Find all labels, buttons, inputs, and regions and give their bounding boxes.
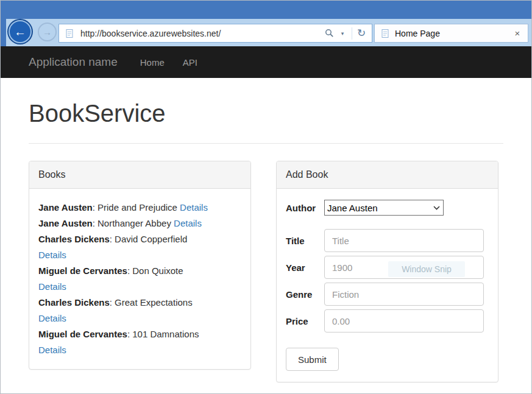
price-row: Price — [286, 309, 489, 332]
genre-label: Genre — [286, 289, 324, 300]
book-separator: : — [127, 266, 132, 276]
address-bar[interactable]: http://bookservice.azurewebsites.net/ ▾ … — [59, 24, 372, 43]
book-separator: : — [127, 329, 132, 339]
submit-button[interactable]: Submit — [286, 348, 339, 371]
nav-link-home[interactable]: Home — [131, 57, 174, 68]
list-item: Jane Austen: Northanger Abbey Details — [38, 216, 241, 231]
window-border — [1, 1, 6, 46]
books-panel: Books Jane Austen: Pride and Prejudice D… — [29, 161, 251, 370]
title-label: Title — [286, 236, 324, 246]
list-item: Miguel de Cervantes: Don Quixote Details — [38, 263, 241, 295]
page-body: BookService Books Jane Austen: Pride and… — [1, 78, 531, 394]
list-item: Charles Dickens: David Copperfield Detai… — [38, 231, 241, 263]
book-author: Jane Austen — [38, 218, 93, 228]
year-label: Year — [286, 262, 324, 273]
book-author: Charles Dickens — [38, 297, 110, 308]
author-select-wrap: Jane Austen — [324, 200, 444, 216]
title-row: Title — [286, 229, 489, 252]
divider — [29, 143, 503, 144]
nav-link-api[interactable]: API — [174, 57, 207, 68]
book-separator: : — [93, 218, 98, 228]
book-details-link[interactable]: Details — [38, 279, 241, 295]
book-author: Jane Austen — [38, 202, 93, 213]
book-title: Don Quixote — [132, 266, 183, 276]
book-details-link[interactable]: Details — [38, 342, 241, 358]
genre-row: Genre — [286, 283, 489, 306]
year-input[interactable] — [324, 256, 484, 279]
book-separator: : — [93, 202, 98, 213]
back-button[interactable]: ← — [9, 20, 32, 43]
author-label: Author — [286, 203, 324, 213]
book-title: David Copperfield — [115, 234, 187, 244]
tab-title: Home Page — [395, 29, 508, 38]
forward-button[interactable]: → — [38, 23, 57, 41]
panels-row: Books Jane Austen: Pride and Prejudice D… — [29, 161, 503, 382]
author-row: Author Jane Austen — [286, 200, 489, 216]
address-input[interactable]: http://bookservice.azurewebsites.net/ — [80, 29, 322, 38]
author-select[interactable]: Jane Austen — [324, 200, 444, 216]
browser-tab-home-page[interactable]: Home Page × — [374, 24, 528, 43]
book-title: Great Expectations — [115, 297, 193, 308]
genre-input[interactable] — [324, 283, 484, 306]
book-title: Northanger Abbey — [98, 218, 171, 228]
add-book-form: Author Jane Austen — [277, 189, 498, 382]
list-item: Jane Austen: Pride and Prejudice Details — [38, 200, 241, 216]
book-author: Miguel de Cervantes — [38, 329, 127, 339]
book-details-link[interactable]: Details — [174, 218, 202, 228]
book-separator: : — [110, 234, 115, 244]
search-icon[interactable] — [322, 29, 336, 38]
book-title: Pride and Prejudice — [98, 202, 177, 213]
book-details-link[interactable]: Details — [180, 202, 208, 213]
address-bar-divider — [352, 27, 352, 40]
book-author: Miguel de Cervantes — [38, 266, 127, 276]
forward-arrow-icon: → — [43, 27, 52, 37]
browser-window: ← → http://bookservice.azurewebsites.net… — [0, 0, 532, 394]
add-book-panel: Add Book Author Jane Austen — [276, 161, 498, 382]
books-panel-heading: Books — [29, 161, 250, 189]
list-item: Charles Dickens: Great Expectations Deta… — [38, 295, 241, 326]
books-list: Jane Austen: Pride and Prejudice Details… — [29, 189, 250, 369]
price-input[interactable] — [324, 309, 484, 332]
tab-close-icon[interactable]: × — [512, 28, 522, 38]
tab-page-icon — [380, 29, 390, 38]
refresh-icon[interactable]: ↻ — [355, 28, 368, 38]
book-author: Charles Dickens — [38, 234, 110, 244]
book-separator: : — [110, 297, 115, 308]
title-input[interactable] — [324, 229, 484, 252]
browser-chrome: ← → http://bookservice.azurewebsites.net… — [1, 1, 531, 46]
year-row: Year — [286, 256, 489, 279]
search-dropdown-caret-icon[interactable]: ▾ — [336, 30, 349, 37]
price-label: Price — [286, 316, 324, 326]
add-book-panel-heading: Add Book — [277, 161, 498, 189]
site-navbar: Application name Home API — [1, 46, 531, 78]
book-details-link[interactable]: Details — [38, 311, 241, 326]
list-item: Miguel de Cervantes: 101 Damnations Deta… — [38, 326, 241, 358]
book-details-link[interactable]: Details — [38, 247, 241, 263]
navbar-brand[interactable]: Application name — [29, 55, 118, 69]
page-title: BookService — [29, 78, 503, 127]
book-title: 101 Damnations — [132, 329, 199, 339]
window-title-bar — [1, 1, 531, 19]
page-icon — [63, 29, 76, 38]
back-arrow-icon: ← — [14, 25, 26, 39]
